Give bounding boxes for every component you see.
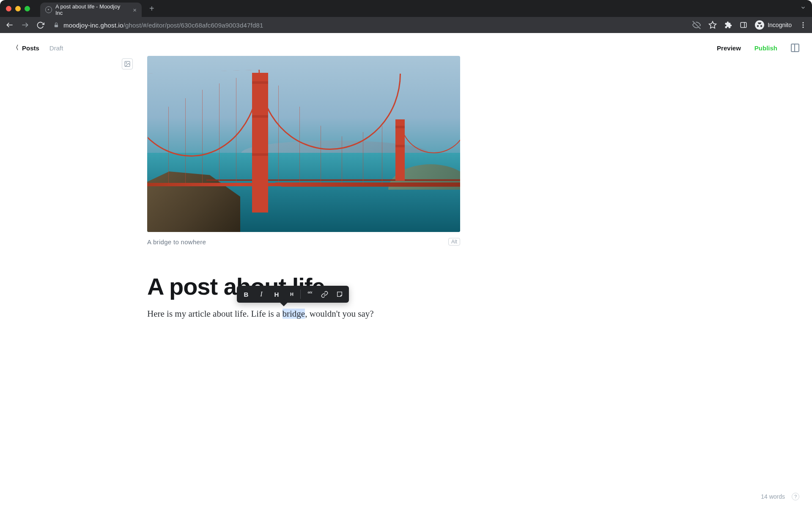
window-close[interactable] <box>6 6 11 11</box>
kebab-menu-icon[interactable] <box>799 21 807 29</box>
format-bold[interactable]: B <box>239 288 254 300</box>
incognito-icon <box>755 20 764 30</box>
toolbar-separator <box>300 290 301 299</box>
image-caption[interactable]: A bridge to nowhere <box>147 238 206 246</box>
body-text-before: Here is my article about life. Life is a <box>147 309 283 319</box>
address-bar[interactable]: moodjoy-inc.ghost.io/ghost/#/editor/post… <box>53 22 263 29</box>
tab-close-icon[interactable]: × <box>133 6 137 14</box>
post-status: Draft <box>49 44 63 52</box>
feature-image[interactable] <box>147 56 460 232</box>
text-format-toolbar: B I H H ““ <box>237 286 349 303</box>
settings-panel-toggle[interactable] <box>791 44 799 52</box>
nav-forward-icon <box>20 20 30 30</box>
svg-point-7 <box>803 22 804 23</box>
note-icon <box>336 291 343 298</box>
image-settings-button[interactable] <box>122 58 133 69</box>
star-icon[interactable] <box>708 21 717 29</box>
help-icon[interactable]: ? <box>792 493 799 500</box>
svg-point-11 <box>126 63 127 64</box>
back-to-posts[interactable]: 〈 Posts <box>13 44 39 52</box>
browser-tab-strip: A post about life - Moodjoy Inc × + <box>0 0 812 17</box>
alt-text-button[interactable]: Alt <box>448 238 460 246</box>
preview-button[interactable]: Preview <box>717 44 741 52</box>
image-icon <box>124 61 131 67</box>
selected-text: bridge <box>283 309 305 319</box>
eye-off-icon[interactable] <box>692 21 701 29</box>
sidepanel-icon[interactable] <box>740 21 747 29</box>
url-path: /ghost/#/editor/post/630c68afc609a9003d4… <box>123 22 263 29</box>
svg-point-9 <box>803 27 804 28</box>
format-link[interactable] <box>317 288 332 300</box>
tabs-overflow-icon[interactable] <box>800 5 806 12</box>
new-tab-button[interactable]: + <box>149 4 154 14</box>
svg-point-8 <box>803 25 804 26</box>
incognito-badge[interactable]: Incognito <box>755 20 792 30</box>
extensions-icon[interactable] <box>724 21 732 29</box>
back-label: Posts <box>22 44 39 52</box>
tab-title: A post about life - Moodjoy Inc <box>55 3 128 16</box>
word-count: 14 words <box>761 493 785 500</box>
format-quote[interactable]: ““ <box>302 288 317 300</box>
publish-button[interactable]: Publish <box>754 44 777 52</box>
format-italic[interactable]: I <box>254 288 269 300</box>
tab-favicon <box>45 6 52 13</box>
window-maximize[interactable] <box>25 6 30 11</box>
url-domain: moodjoy-inc.ghost.io <box>63 22 123 29</box>
lock-icon <box>53 22 59 28</box>
format-subheading[interactable]: H <box>284 288 299 300</box>
chevron-left-icon: 〈 <box>13 44 19 52</box>
body-text-after: , wouldn't you say? <box>305 309 373 319</box>
svg-rect-2 <box>55 25 58 27</box>
editor-app: 〈 Posts Draft Preview Publish <box>0 33 812 508</box>
format-snippet[interactable] <box>332 288 347 300</box>
editor-canvas: A bridge to nowhere Alt A post about lif… <box>0 56 812 508</box>
format-heading[interactable]: H <box>269 288 284 300</box>
window-minimize[interactable] <box>15 6 21 11</box>
nav-back-icon[interactable] <box>5 20 14 30</box>
post-body[interactable]: Here is my article about life. Life is a… <box>147 307 460 321</box>
nav-reload-icon[interactable] <box>36 20 45 30</box>
svg-marker-4 <box>709 22 716 28</box>
svg-rect-5 <box>741 22 746 28</box>
browser-tab[interactable]: A post about life - Moodjoy Inc × <box>40 3 142 17</box>
incognito-label: Incognito <box>768 22 792 28</box>
link-icon <box>321 291 328 298</box>
window-controls <box>6 6 30 11</box>
browser-toolbar: moodjoy-inc.ghost.io/ghost/#/editor/post… <box>0 17 812 33</box>
editor-footer: 14 words ? <box>761 493 799 500</box>
